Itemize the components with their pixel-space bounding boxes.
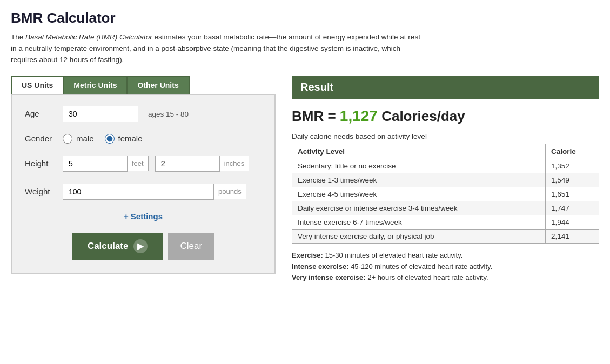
age-field-wrap: ages 15 - 80 — [63, 106, 262, 122]
activity-table: Activity Level Calorie Sedentary: little… — [292, 144, 599, 244]
height-feet-unit: feet — [128, 156, 149, 171]
tab-metric-units[interactable]: Metric Units — [64, 77, 128, 94]
bmr-unit: Calories/day — [378, 108, 465, 124]
calorie-cell: 1,352 — [546, 159, 599, 173]
height-row: Height feet inches — [25, 156, 262, 172]
result-header: Result — [292, 76, 599, 99]
height-inches-input[interactable] — [155, 156, 220, 172]
gender-row: Gender male female — [25, 134, 262, 144]
weight-row: Weight pounds — [25, 184, 262, 200]
calorie-subtitle: Daily calorie needs based on activity le… — [292, 132, 599, 140]
note-line: Intense exercise: 45-120 minutes of elev… — [292, 261, 599, 273]
calorie-cell: 1,747 — [546, 201, 599, 215]
tab-us-units[interactable]: US Units — [12, 77, 64, 94]
gender-male-radio[interactable] — [63, 134, 72, 144]
notes-section: Exercise: 15-30 minutes of elevated hear… — [292, 250, 599, 284]
weight-unit: pounds — [214, 184, 246, 199]
calorie-cell: 1,944 — [546, 215, 599, 229]
bmr-value-row: BMR = 1,127 Calories/day — [292, 107, 599, 125]
table-row: Sedentary: little or no exercise1,352 — [292, 159, 599, 173]
weight-field-wrap: pounds — [63, 184, 262, 200]
tab-other-units[interactable]: Other Units — [128, 77, 188, 94]
note-bold: Intense exercise: — [292, 262, 349, 271]
form-box: Age ages 15 - 80 Gender male — [11, 94, 276, 274]
age-input[interactable] — [63, 106, 138, 122]
activity-cell: Very intense exercise daily, or physical… — [292, 229, 546, 243]
weight-input-wrap: pounds — [63, 184, 262, 200]
gender-male-label[interactable]: male — [63, 134, 94, 144]
age-label: Age — [25, 109, 63, 118]
gender-field-wrap: male female — [63, 134, 262, 144]
col-activity: Activity Level — [292, 144, 546, 159]
right-panel: Result BMR = 1,127 Calories/day Daily ca… — [292, 76, 599, 284]
clear-button[interactable]: Clear — [168, 233, 214, 260]
settings-link[interactable]: + Settings — [124, 212, 163, 221]
gender-male-text: male — [76, 134, 94, 143]
height-field-wrap: feet inches — [63, 156, 262, 172]
activity-cell: Exercise 1-3 times/week — [292, 173, 546, 187]
age-row: Age ages 15 - 80 — [25, 106, 262, 122]
height-inches-unit: inches — [220, 156, 250, 171]
weight-input[interactable] — [63, 184, 214, 200]
left-panel: US Units Metric Units Other Units Age ag… — [11, 76, 276, 274]
bmr-label: BMR = — [292, 108, 340, 124]
note-line: Very intense exercise: 2+ hours of eleva… — [292, 272, 599, 284]
activity-cell: Intense exercise 6-7 times/week — [292, 215, 546, 229]
table-row: Intense exercise 6-7 times/week1,944 — [292, 215, 599, 229]
bmr-number: 1,127 — [340, 107, 378, 124]
activity-cell: Daily exercise or intense exercise 3-4 t… — [292, 201, 546, 215]
calculate-label: Calculate — [88, 241, 129, 252]
table-row: Exercise 4-5 times/week1,651 — [292, 187, 599, 201]
activity-cell: Sedentary: little or no exercise — [292, 159, 546, 173]
gender-female-text: female — [118, 134, 143, 143]
activity-cell: Exercise 4-5 times/week — [292, 187, 546, 201]
table-row: Very intense exercise daily, or physical… — [292, 229, 599, 243]
age-hint: ages 15 - 80 — [148, 110, 189, 118]
gender-options: male female — [63, 134, 262, 144]
table-header-row: Activity Level Calorie — [292, 144, 599, 159]
settings-link-wrap: + Settings — [25, 212, 262, 221]
height-inputs: feet inches — [63, 156, 262, 172]
height-feet-input[interactable] — [63, 156, 128, 172]
gender-label: Gender — [25, 134, 63, 143]
tab-bar: US Units Metric Units Other Units — [11, 76, 190, 94]
weight-label: Weight — [25, 187, 63, 196]
calculate-button[interactable]: Calculate ▶ — [72, 233, 163, 260]
calorie-cell: 1,549 — [546, 173, 599, 187]
note-line: Exercise: 15-30 minutes of elevated hear… — [292, 250, 599, 261]
gender-female-label[interactable]: female — [105, 134, 143, 144]
height-label: Height — [25, 159, 63, 168]
table-row: Exercise 1-3 times/week1,549 — [292, 173, 599, 187]
table-row: Daily exercise or intense exercise 3-4 t… — [292, 201, 599, 215]
col-calorie: Calorie — [546, 144, 599, 159]
note-bold: Exercise: — [292, 251, 323, 259]
page-title: BMR Calculator — [11, 10, 599, 26]
gender-female-radio[interactable] — [105, 134, 115, 144]
page-description: The Basal Metabolic Rate (BMR) Calculato… — [11, 32, 421, 66]
calculate-arrow-icon: ▶ — [133, 239, 148, 253]
main-layout: US Units Metric Units Other Units Age ag… — [11, 76, 599, 284]
note-bold: Very intense exercise: — [292, 273, 366, 281]
calorie-cell: 1,651 — [546, 187, 599, 201]
buttons-row: Calculate ▶ Clear — [25, 233, 262, 260]
calorie-cell: 2,141 — [546, 229, 599, 243]
